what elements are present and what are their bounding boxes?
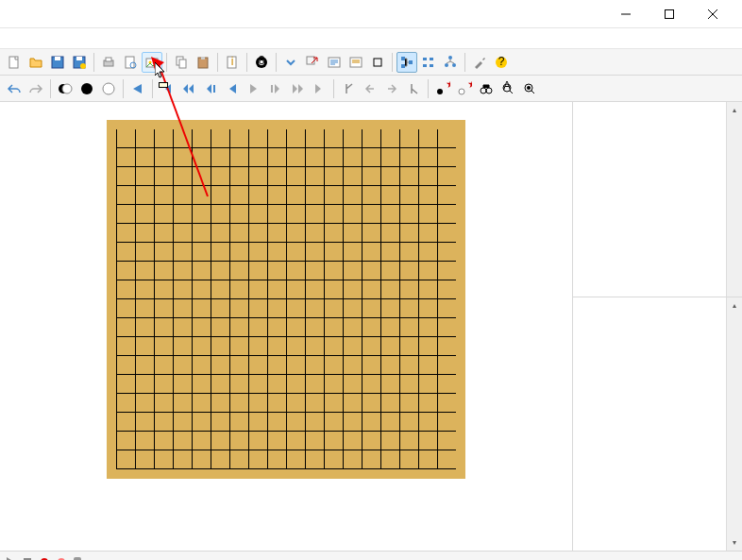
menu-edit[interactable] bbox=[19, 37, 34, 41]
record-button[interactable] bbox=[40, 557, 49, 561]
svg-point-43 bbox=[103, 83, 114, 94]
playback-bar bbox=[0, 551, 742, 560]
branch-prev-button[interactable] bbox=[360, 78, 380, 99]
svg-point-44 bbox=[437, 89, 443, 94]
title-bar bbox=[0, 0, 742, 28]
last-button[interactable] bbox=[309, 78, 329, 99]
play-button[interactable] bbox=[6, 557, 15, 561]
markup-icon[interactable] bbox=[324, 52, 345, 73]
svg-point-49 bbox=[486, 88, 492, 93]
minimize-button[interactable] bbox=[604, 0, 648, 28]
square-icon[interactable] bbox=[367, 52, 388, 73]
find-b-icon[interactable] bbox=[519, 78, 540, 99]
redo-button[interactable] bbox=[25, 78, 46, 99]
svg-point-36 bbox=[445, 63, 448, 67]
svg-rect-28 bbox=[401, 57, 405, 60]
svg-text:8: 8 bbox=[259, 55, 265, 67]
menu-bar bbox=[0, 28, 742, 49]
svg-point-48 bbox=[481, 88, 486, 93]
menu-move[interactable] bbox=[64, 37, 79, 41]
save-as-button[interactable] bbox=[69, 52, 90, 73]
comment-area[interactable]: ▴ bbox=[573, 102, 742, 297]
menu-view[interactable] bbox=[79, 37, 94, 41]
markup2-icon[interactable] bbox=[346, 52, 366, 73]
branch-next-button[interactable] bbox=[381, 78, 402, 99]
board-panel bbox=[0, 102, 572, 551]
svg-point-42 bbox=[81, 83, 93, 94]
svg-rect-7 bbox=[76, 57, 82, 60]
branch-down-button[interactable] bbox=[403, 78, 424, 99]
step-back-button[interactable] bbox=[200, 78, 221, 99]
copy-button[interactable] bbox=[171, 52, 192, 73]
menu-help[interactable] bbox=[125, 37, 140, 41]
menu-tools[interactable] bbox=[94, 37, 110, 41]
triangle-left-icon[interactable] bbox=[127, 78, 148, 99]
svg-rect-30 bbox=[409, 60, 413, 64]
tree-view1-icon[interactable] bbox=[396, 52, 417, 73]
menu-advanced[interactable] bbox=[34, 37, 49, 41]
open-button[interactable] bbox=[25, 52, 46, 73]
menu-file[interactable] bbox=[4, 37, 19, 41]
print-button[interactable] bbox=[98, 52, 119, 73]
svg-rect-34 bbox=[430, 64, 433, 67]
back-button[interactable] bbox=[222, 78, 243, 99]
new-button[interactable] bbox=[4, 52, 25, 73]
toolbar-1: i 8 ? bbox=[0, 49, 742, 76]
arrow-out-icon[interactable] bbox=[302, 52, 323, 73]
svg-point-41 bbox=[62, 84, 72, 93]
svg-point-37 bbox=[452, 63, 456, 67]
tools-icon[interactable] bbox=[469, 52, 490, 73]
mark-a-icon[interactable]: ★ bbox=[432, 78, 453, 99]
svg-rect-24 bbox=[307, 57, 314, 64]
eight-ball-icon[interactable]: 8 bbox=[251, 52, 272, 73]
menu-video[interactable] bbox=[49, 37, 64, 41]
black-stone-icon[interactable] bbox=[76, 78, 97, 99]
svg-rect-18 bbox=[201, 57, 205, 59]
svg-rect-27 bbox=[374, 59, 381, 66]
cursor-icon bbox=[155, 62, 170, 81]
step-forward-button[interactable] bbox=[265, 78, 286, 99]
scrollbar[interactable]: ▴ bbox=[726, 102, 742, 297]
bw-stone-icon[interactable] bbox=[55, 78, 76, 99]
print-preview-button[interactable] bbox=[120, 52, 141, 73]
tooltip bbox=[159, 82, 168, 88]
svg-rect-5 bbox=[55, 57, 60, 60]
forward-button[interactable] bbox=[244, 78, 264, 99]
close-button[interactable] bbox=[691, 0, 734, 28]
svg-rect-16 bbox=[179, 59, 186, 68]
side-panel: ▴ ▴ ▾ bbox=[572, 102, 742, 551]
svg-rect-3 bbox=[9, 57, 18, 68]
branch-up-button[interactable] bbox=[338, 78, 359, 99]
undo-button[interactable] bbox=[4, 78, 25, 99]
svg-text:?: ? bbox=[498, 55, 505, 68]
maximize-button[interactable] bbox=[648, 0, 691, 28]
info-button[interactable]: i bbox=[222, 52, 243, 73]
tree-view2-icon[interactable] bbox=[418, 52, 439, 73]
svg-text:i: i bbox=[231, 55, 234, 68]
move-tree[interactable]: ▴ ▾ bbox=[573, 297, 742, 551]
stop-button[interactable] bbox=[23, 557, 32, 561]
svg-rect-32 bbox=[423, 64, 427, 67]
coord-right bbox=[465, 120, 484, 479]
mark-b-icon[interactable]: ★ bbox=[454, 78, 475, 99]
tree-view3-icon[interactable] bbox=[440, 52, 461, 73]
find-a-icon[interactable]: A bbox=[497, 78, 518, 99]
fast-back-button[interactable] bbox=[178, 78, 199, 99]
paste-button[interactable] bbox=[193, 52, 213, 73]
scrollbar[interactable]: ▴ ▾ bbox=[726, 297, 742, 551]
svg-rect-2 bbox=[666, 9, 674, 18]
svg-rect-31 bbox=[423, 58, 427, 60]
svg-text:★: ★ bbox=[467, 81, 472, 91]
record2-button[interactable] bbox=[57, 557, 66, 561]
coord-left bbox=[88, 120, 107, 479]
fast-forward-button[interactable] bbox=[287, 78, 308, 99]
go-board[interactable] bbox=[107, 120, 465, 479]
svg-point-8 bbox=[80, 63, 86, 69]
chevron-down-icon[interactable] bbox=[280, 52, 301, 73]
help-icon[interactable]: ? bbox=[491, 52, 512, 73]
svg-rect-10 bbox=[106, 58, 111, 61]
save-button[interactable] bbox=[47, 52, 68, 73]
white-stone-icon[interactable] bbox=[98, 78, 119, 99]
binoculars-icon[interactable] bbox=[476, 78, 497, 99]
menu-options[interactable] bbox=[110, 37, 125, 41]
